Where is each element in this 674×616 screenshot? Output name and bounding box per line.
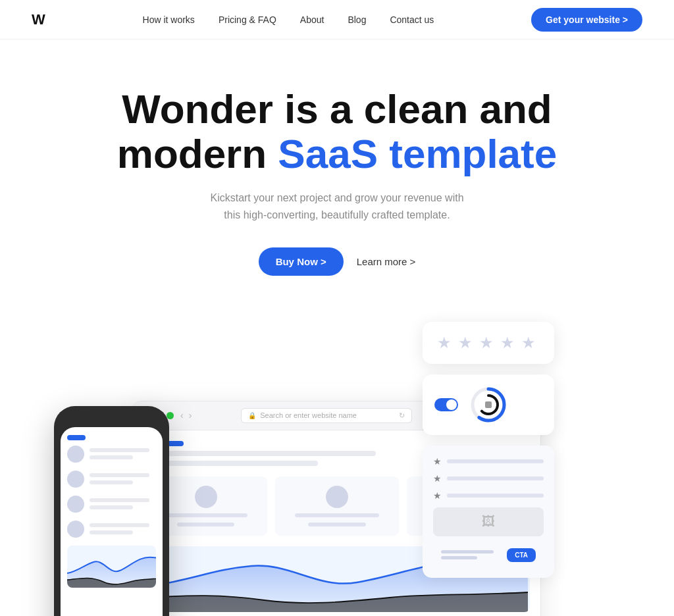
back-icon: ‹ <box>180 410 184 421</box>
phone-chart <box>67 546 156 588</box>
nav-contact-us[interactable]: Contact us <box>390 14 434 25</box>
card-line <box>308 523 366 526</box>
image-placeholder-icon: 🖼 <box>482 514 495 529</box>
star-icon: ★ <box>437 334 452 352</box>
phone-line <box>90 448 149 452</box>
rating-list-card: ★ ★ ★ 🖼 CTA <box>423 446 554 578</box>
rating-bar <box>447 494 544 498</box>
hero-section: Wonder is a clean andmodern SaaS templat… <box>0 39 674 302</box>
nav-how-it-works[interactable]: How it works <box>143 14 195 25</box>
phone-mockup <box>54 406 169 616</box>
phone-line <box>90 480 133 484</box>
rating-bar <box>447 459 544 463</box>
card-item <box>275 476 398 536</box>
cta-text-lines <box>441 550 494 559</box>
nav-blog[interactable]: Blog <box>348 14 366 25</box>
phone-list-item <box>67 496 156 513</box>
phone-blue-pill <box>67 435 86 440</box>
bottom-cta-bar: CTA <box>433 543 544 567</box>
phone-line <box>90 473 149 477</box>
svg-rect-3 <box>485 401 492 408</box>
rating-list-row: ★ <box>433 490 544 501</box>
cta-line <box>441 550 494 553</box>
phone-lines <box>90 498 156 509</box>
phone-list-item <box>67 446 156 463</box>
hero-subheadline: Kickstart your next project and grow you… <box>205 190 469 223</box>
star-icon: ★ <box>433 456 442 467</box>
radial-chart-svg <box>467 384 509 426</box>
mockup-section: ‹ › 🔒 Search or enter website name ↻ ⬆ +… <box>0 302 674 616</box>
phone-lines <box>90 448 156 459</box>
star-icon: ★ <box>500 334 515 352</box>
card-line <box>177 523 235 526</box>
avatar <box>67 521 84 538</box>
avatar <box>195 486 217 508</box>
phone-list-item <box>67 471 156 488</box>
star-icon: ★ <box>479 334 494 352</box>
avatar <box>67 446 84 463</box>
phone-line <box>90 523 149 527</box>
card-line <box>295 513 378 517</box>
phone-line <box>90 530 133 534</box>
url-text: Search or enter website name <box>260 411 357 419</box>
logo[interactable]: W <box>32 11 45 28</box>
rating-bar <box>447 476 544 480</box>
phone-outer <box>54 406 169 616</box>
forward-icon: › <box>189 410 192 421</box>
stars-card: ★ ★ ★ ★ ★ <box>423 322 554 364</box>
phone-lines <box>90 523 156 534</box>
star-icon: ★ <box>458 334 473 352</box>
cta-small-button[interactable]: CTA <box>507 548 536 562</box>
phone-notch <box>92 413 132 424</box>
nav-pricing-faq[interactable]: Pricing & FAQ <box>219 14 276 25</box>
phone-line <box>90 498 149 502</box>
cta-line <box>441 556 477 559</box>
hero-buttons: Buy Now > Learn more > <box>13 247 661 276</box>
rating-list-image: 🖼 <box>433 507 544 536</box>
hero-headline: Wonder is a clean andmodern SaaS templat… <box>107 87 567 176</box>
lock-icon: 🔒 <box>248 412 256 419</box>
star-icon: ★ <box>433 490 442 501</box>
content-bar <box>144 461 318 466</box>
learn-more-button[interactable]: Learn more > <box>357 256 416 267</box>
radial-toggle-card <box>423 374 554 435</box>
phone-list-item <box>67 521 156 538</box>
phone-line <box>90 505 133 509</box>
navbar: W How it works Pricing & FAQ About Blog … <box>0 0 674 39</box>
refresh-icon: ↻ <box>399 411 405 420</box>
nav-about[interactable]: About <box>300 14 324 25</box>
rating-list-row: ★ <box>433 456 544 467</box>
hero-headline-blue: SaaS template <box>278 131 557 176</box>
phone-lines <box>90 473 156 484</box>
content-bar <box>144 451 376 456</box>
star-icon: ★ <box>433 473 442 484</box>
phone-line <box>90 455 133 459</box>
toggle-knob <box>446 399 457 410</box>
toggle-switch[interactable] <box>434 398 458 411</box>
phone-chart-svg <box>67 546 156 588</box>
nav-cta-button[interactable]: Get your website > <box>531 8 642 32</box>
phone-screen <box>61 427 163 616</box>
card-line <box>164 513 247 517</box>
avatar <box>67 471 84 488</box>
buy-now-button[interactable]: Buy Now > <box>259 247 344 276</box>
avatar <box>326 486 348 508</box>
float-cards: ★ ★ ★ ★ ★ ★ ★ <box>423 322 554 578</box>
rating-list-row: ★ <box>433 473 544 484</box>
browser-nav-icons: ‹ › <box>180 410 192 421</box>
star-icon: ★ <box>521 334 536 352</box>
browser-url-bar[interactable]: 🔒 Search or enter website name ↻ <box>241 408 412 423</box>
avatar <box>67 496 84 513</box>
